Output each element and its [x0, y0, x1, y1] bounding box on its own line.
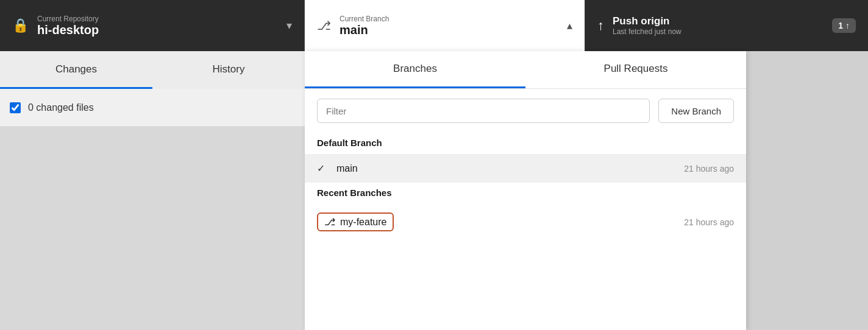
filter-input[interactable]: [317, 99, 650, 123]
branch-icon-box: ⎇ my-feature: [317, 212, 394, 231]
tabs: Changes History: [0, 51, 305, 89]
chevron-up-icon: ▴: [567, 19, 572, 32]
repo-label: Current Repository: [37, 15, 278, 23]
check-icon: ✓: [317, 163, 329, 174]
branch-icon: ⎇: [317, 18, 331, 33]
top-bar: 🔒 Current Repository hi-desktop ▾ ⎇ Curr…: [0, 0, 868, 51]
chevron-down-icon: ▾: [286, 19, 292, 32]
dropdown-panel: Branches Pull Requests New Branch Defaul…: [305, 51, 746, 330]
repo-name: hi-desktop: [37, 23, 278, 37]
left-panel: Changes History 0 changed files: [0, 51, 305, 330]
push-icon: ↑: [597, 18, 604, 33]
push-title: Push origin: [613, 15, 824, 27]
changed-files-bar: 0 changed files: [0, 89, 305, 127]
tab-changes[interactable]: Changes: [0, 51, 152, 89]
right-area: [746, 51, 868, 330]
repo-section[interactable]: 🔒 Current Repository hi-desktop ▾: [0, 0, 305, 51]
main-content: Changes History 0 changed files Branches…: [0, 51, 868, 330]
branch-item-name-main: main: [336, 163, 677, 174]
push-badge: 1 ↑: [832, 18, 856, 33]
branch-item-name-my-feature: my-feature: [340, 217, 386, 228]
push-info: Push origin Last fetched just now: [613, 15, 824, 36]
recent-branches-header: Recent Branches: [305, 183, 746, 204]
push-section[interactable]: ↑ Push origin Last fetched just now 1 ↑: [585, 0, 868, 51]
branch-item-my-feature[interactable]: ⎇ my-feature 21 hours ago: [305, 204, 746, 240]
select-all-checkbox[interactable]: [10, 102, 21, 113]
repo-info: Current Repository hi-desktop: [37, 15, 278, 37]
new-branch-button[interactable]: New Branch: [658, 99, 734, 123]
push-subtitle: Last fetched just now: [613, 27, 824, 36]
branch-name: main: [340, 23, 558, 37]
default-branch-header: Default Branch: [305, 133, 746, 154]
changed-files-text: 0 changed files: [28, 102, 94, 113]
lock-icon: 🔒: [12, 18, 29, 33]
branch-label: Current Branch: [340, 15, 558, 23]
dropdown-tabs: Branches Pull Requests: [305, 51, 746, 89]
branch-item-main[interactable]: ✓ main 21 hours ago: [305, 154, 746, 183]
branch-fork-icon: ⎇: [324, 216, 335, 228]
tab-branches[interactable]: Branches: [305, 51, 525, 88]
filter-row: New Branch: [305, 89, 746, 133]
tab-pull-requests[interactable]: Pull Requests: [525, 51, 746, 88]
branch-item-time-main: 21 hours ago: [684, 164, 734, 174]
branch-section[interactable]: ⎇ Current Branch main ▴: [305, 0, 585, 51]
left-empty-area: [0, 127, 305, 330]
branch-item-time-my-feature: 21 hours ago: [401, 217, 734, 227]
tab-history[interactable]: History: [152, 51, 305, 89]
branch-info: Current Branch main: [340, 15, 558, 37]
